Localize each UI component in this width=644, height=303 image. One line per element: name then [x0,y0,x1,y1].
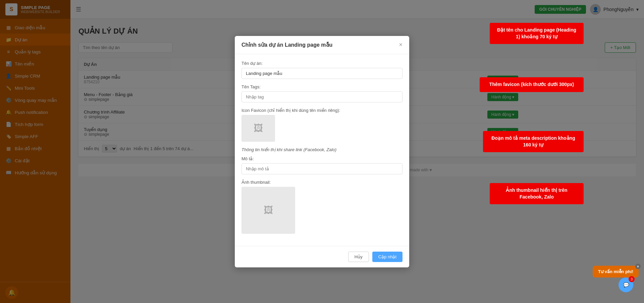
project-name-input[interactable] [241,68,402,79]
tags-label: Tên Tags: [241,84,402,89]
description-label: Mô tả: [241,156,402,161]
modal-title: Chỉnh sửa dự án Landing page mẫu [241,42,332,48]
project-name-group: Tên dự án: [241,61,402,79]
annotation-box-3: Đoạn mô tả meta description khoảng 160 k… [483,131,584,152]
project-name-label: Tên dự án: [241,61,402,66]
chat-widget-text: Tư vấn miễn phí! [598,269,633,274]
modal-overlay[interactable]: Đặt tên cho Landing page (Heading 1) kho… [0,0,644,303]
tags-input[interactable] [241,91,402,102]
description-group: Mô tả: [241,156,402,174]
favicon-label: Icon Favicon (chỉ hiển thị khi dùng tên … [241,108,402,113]
modal-close-button[interactable]: × [399,41,402,48]
chat-icon: 💬 [623,282,629,288]
chat-support-button[interactable]: 💬 3 [619,277,633,292]
chat-widget[interactable]: × Tư vấn miễn phí! [593,266,639,277]
chat-close-button[interactable]: × [635,264,641,269]
annotation-box-2: Thêm favicon (kích thước dưới 300px) [480,77,584,92]
favicon-upload-button[interactable]: 🖼 [241,115,275,142]
annotation-box-1: Đặt tên cho Landing page (Heading 1) kho… [490,23,584,44]
thumbnail-group: Ảnh thumbnail: 🖼 [241,180,402,234]
update-button[interactable]: Cập nhật [372,252,402,262]
share-info-label: Thông tin hiển thị khi share link (Faceb… [241,147,402,152]
modal-body: Tên dự án: Tên Tags: Icon Favicon (chỉ h… [235,54,409,246]
tags-group: Tên Tags: [241,84,402,102]
cancel-button[interactable]: Hủy [348,252,369,262]
annotation-box-4: Ảnh thumbnail hiển thị trên Facebook, Za… [490,183,584,204]
thumbnail-label: Ảnh thumbnail: [241,180,402,185]
thumbnail-placeholder-icon: 🖼 [264,205,273,216]
edit-project-modal: Chỉnh sửa dự án Landing page mẫu × Tên d… [235,36,409,267]
favicon-group: Icon Favicon (chỉ hiển thị khi dùng tên … [241,108,402,142]
chat-badge: 3 [629,276,635,282]
image-placeholder-icon: 🖼 [254,123,263,134]
modal-header: Chỉnh sửa dự án Landing page mẫu × [235,36,409,54]
thumbnail-upload-button[interactable]: 🖼 [241,187,295,234]
description-input[interactable] [241,163,402,174]
modal-footer: Hủy Cập nhật [235,246,409,267]
